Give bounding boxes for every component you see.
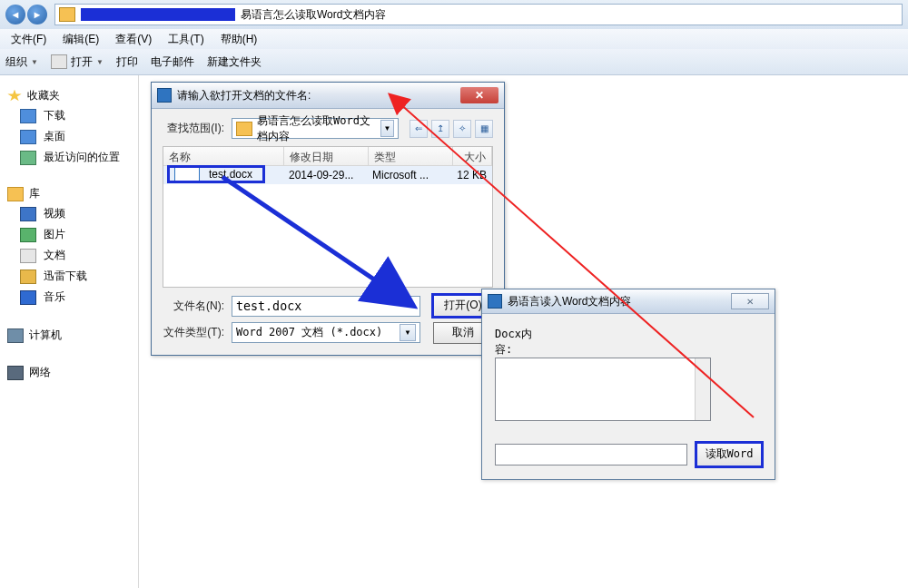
dialog-toolbar: ⇐ ↥ ✧ ▦ bbox=[410, 120, 493, 138]
app-icon bbox=[488, 294, 502, 309]
dialog-title-text: 请输入欲打开文档的文件名: bbox=[177, 88, 311, 103]
favorites-header[interactable]: 收藏夹 bbox=[7, 88, 134, 103]
new-folder-button[interactable]: ✧ bbox=[453, 120, 471, 138]
menu-help[interactable]: 帮助(H) bbox=[213, 30, 265, 49]
file-list-header[interactable]: 名称 修改日期 类型 大小 bbox=[163, 147, 492, 166]
address-bar[interactable]: 易语言怎么读取Word文档内容 bbox=[54, 4, 903, 25]
cmd-email[interactable]: 电子邮件 bbox=[151, 54, 194, 70]
explorer-titlebar: ◄ ► 易语言怎么读取Word文档内容 bbox=[0, 0, 908, 30]
open-file-dialog: 请输入欲打开文档的文件名: ✕ 查找范围(I): 易语言怎么读取Word文档内容… bbox=[151, 82, 505, 356]
filename-input[interactable] bbox=[232, 296, 420, 317]
docx-icon bbox=[174, 167, 200, 181]
lookin-dropdown-button[interactable]: ▼ bbox=[380, 120, 394, 137]
filetype-label: 文件类型(T): bbox=[163, 325, 224, 340]
cmd-print[interactable]: 打印 bbox=[116, 54, 138, 70]
navigation-pane: 收藏夹 下载 桌面 最近访问的位置 库 视频 图片 文档 迅雷下载 音乐 计算机… bbox=[0, 75, 139, 588]
app-icon bbox=[157, 88, 172, 103]
menu-tools[interactable]: 工具(T) bbox=[161, 30, 211, 49]
lookin-combo[interactable]: 易语言怎么读取Word文档内容 ▼ bbox=[232, 118, 399, 139]
computer-icon bbox=[7, 328, 24, 343]
filetype-dropdown-button[interactable]: ▼ bbox=[400, 324, 416, 341]
result-window-titlebar[interactable]: 易语言读入Word文档内容 ✕ bbox=[482, 289, 775, 314]
desktop-icon bbox=[20, 130, 36, 144]
music-icon bbox=[20, 290, 36, 305]
recent-icon bbox=[20, 151, 36, 165]
filetype-value: Word 2007 文档 (*.docx) bbox=[236, 325, 382, 340]
xunlei-icon bbox=[20, 270, 36, 284]
lookin-value: 易语言怎么读取Word文档内容 bbox=[257, 113, 376, 144]
file-row-test-docx[interactable]: test.docx 2014-09-29... Microsoft ... 12… bbox=[163, 166, 492, 184]
download-icon bbox=[20, 109, 36, 123]
file-list[interactable]: 名称 修改日期 类型 大小 test.docx 2014-09-29... Mi… bbox=[163, 146, 493, 288]
docx-content-textarea[interactable] bbox=[495, 358, 711, 421]
col-date[interactable]: 修改日期 bbox=[284, 147, 369, 165]
menu-view[interactable]: 查看(V) bbox=[108, 30, 159, 49]
col-name[interactable]: 名称 bbox=[163, 147, 284, 165]
sidebar-item-documents[interactable]: 文档 bbox=[20, 247, 134, 264]
file-type-cell: Microsoft ... bbox=[367, 169, 450, 181]
word-icon bbox=[51, 54, 67, 69]
nav-forward-button[interactable]: ► bbox=[27, 5, 47, 24]
result-window: 易语言读入Word文档内容 ✕ Docx内容: 读取Word bbox=[481, 289, 775, 480]
cmd-newfolder[interactable]: 新建文件夹 bbox=[207, 54, 262, 70]
sidebar-item-desktop[interactable]: 桌面 bbox=[20, 128, 134, 145]
filename-label: 文件名(N): bbox=[163, 299, 224, 314]
dialog-titlebar[interactable]: 请输入欲打开文档的文件名: ✕ bbox=[152, 83, 504, 109]
command-bar: 组织▼ 打开▼ 打印 电子邮件 新建文件夹 bbox=[0, 49, 908, 75]
video-icon bbox=[20, 207, 36, 221]
nav-back-button[interactable]: ◄ bbox=[5, 5, 25, 24]
up-folder-button[interactable]: ↥ bbox=[431, 120, 449, 138]
result-window-close-button[interactable]: ✕ bbox=[731, 293, 769, 309]
file-date-cell: 2014-09-29... bbox=[283, 169, 367, 181]
document-icon bbox=[20, 249, 36, 263]
file-size-cell: 12 KB bbox=[450, 169, 492, 181]
col-size[interactable]: 大小 bbox=[453, 147, 492, 165]
sidebar-item-music[interactable]: 音乐 bbox=[20, 289, 134, 306]
result-window-title: 易语言读入Word文档内容 bbox=[508, 294, 631, 309]
star-icon bbox=[7, 90, 22, 103]
lookin-label: 查找范围(I): bbox=[163, 121, 224, 136]
address-path-text: 易语言怎么读取Word文档内容 bbox=[241, 7, 386, 23]
menu-edit[interactable]: 编辑(E) bbox=[55, 30, 106, 49]
picture-icon bbox=[20, 228, 36, 242]
sidebar-item-downloads[interactable]: 下载 bbox=[20, 107, 134, 124]
dialog-close-button[interactable]: ✕ bbox=[460, 87, 498, 103]
library-icon bbox=[7, 187, 24, 201]
go-up-button[interactable]: ⇐ bbox=[410, 120, 428, 138]
folder-icon bbox=[59, 7, 75, 22]
filetype-combo[interactable]: Word 2007 文档 (*.docx) ▼ bbox=[232, 322, 420, 343]
read-word-button[interactable]: 读取Word bbox=[696, 443, 762, 466]
menu-bar: 文件(F) 编辑(E) 查看(V) 工具(T) 帮助(H) bbox=[0, 29, 908, 50]
docx-content-label: Docx内容: bbox=[495, 327, 546, 358]
sidebar-item-recent[interactable]: 最近访问的位置 bbox=[20, 149, 134, 166]
sidebar-item-network[interactable]: 网络 bbox=[7, 365, 134, 380]
cmd-open[interactable]: 打开▼ bbox=[51, 54, 104, 70]
scrollbar[interactable] bbox=[695, 358, 710, 420]
sidebar-item-computer[interactable]: 计算机 bbox=[7, 328, 134, 343]
file-name-cell: test.docx bbox=[169, 167, 263, 181]
menu-file[interactable]: 文件(F) bbox=[4, 30, 54, 49]
view-menu-button[interactable]: ▦ bbox=[475, 120, 493, 138]
address-path-redacted bbox=[81, 8, 235, 21]
col-type[interactable]: 类型 bbox=[369, 147, 453, 165]
sidebar-item-xunlei[interactable]: 迅雷下载 bbox=[20, 268, 134, 285]
libraries-header[interactable]: 库 bbox=[7, 186, 134, 201]
sidebar-item-videos[interactable]: 视频 bbox=[20, 205, 134, 222]
network-icon bbox=[7, 366, 24, 380]
sidebar-item-pictures[interactable]: 图片 bbox=[20, 226, 134, 243]
path-input[interactable] bbox=[495, 444, 687, 466]
cmd-organize[interactable]: 组织▼ bbox=[5, 54, 38, 70]
folder-icon bbox=[236, 122, 252, 136]
